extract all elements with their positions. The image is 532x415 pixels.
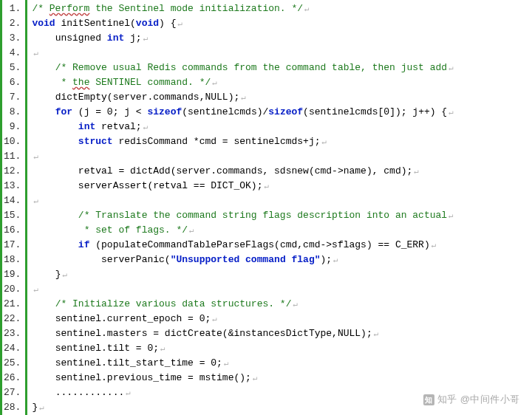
- line-number: 10.: [4, 134, 22, 149]
- code-line: }↵: [32, 267, 532, 282]
- eol-icon: ↵: [176, 19, 183, 28]
- eol-icon: ↵: [159, 344, 166, 353]
- code-line: /* Remove usual Redis commands from the …: [32, 61, 532, 75]
- code-line: ............↵: [32, 385, 532, 400]
- code-line: serverPanic("Unsupported command flag");…: [32, 253, 532, 267]
- line-number: 9.: [4, 120, 22, 134]
- line-number: 23.: [4, 326, 22, 341]
- code-line: * the SENTINEL command. */↵: [32, 75, 532, 90]
- line-number: 8.: [4, 105, 22, 120]
- line-number: 19.: [4, 267, 22, 282]
- eol-icon: ↵: [211, 315, 217, 323]
- eol-icon: ↵: [251, 374, 258, 383]
- eol-icon: ↵: [124, 388, 131, 397]
- code-line: unsigned int j;↵: [32, 31, 532, 46]
- line-number: 21.: [4, 297, 22, 312]
- code-line: if (populateCommandTableParseFlags(cmd,c…: [32, 238, 532, 253]
- eol-icon: ↵: [303, 4, 310, 13]
- line-number: 24.: [4, 341, 22, 356]
- code-line: retval = dictAdd(server.commands, sdsnew…: [32, 164, 532, 179]
- eol-icon: ↵: [32, 152, 38, 161]
- line-number: 26.: [4, 371, 22, 385]
- line-number: 16.: [4, 223, 22, 238]
- line-number: 6.: [4, 75, 22, 90]
- eol-icon: ↵: [412, 167, 419, 176]
- eol-icon: ↵: [32, 49, 38, 58]
- code-line: dictEmpty(server.commands,NULL);↵: [32, 90, 532, 105]
- line-number: 20.: [4, 282, 22, 297]
- line-number: 7.: [4, 90, 22, 105]
- code-line: sentinel.masters = dictCreate(&instances…: [32, 326, 532, 341]
- code-line: struct redisCommand *cmd = sentinelcmds+…: [32, 134, 532, 149]
- eol-icon: ↵: [291, 300, 298, 309]
- eol-icon: ↵: [239, 93, 246, 102]
- code-line: * set of flags. */↵: [32, 223, 532, 238]
- line-number-gutter: 1.2.3.4.5.6.7.8.9.10.11.12.13.14.15.16.1…: [0, 0, 27, 415]
- line-number: 3.: [4, 31, 22, 46]
- code-line: void initSentinel(void) {↵: [32, 16, 532, 31]
- eol-icon: ↵: [211, 78, 217, 87]
- line-number: 13.: [4, 179, 22, 193]
- line-number: 2.: [4, 16, 22, 31]
- code-line: ↵: [32, 193, 532, 208]
- line-number: 22.: [4, 312, 22, 326]
- line-number: 4.: [4, 46, 22, 61]
- line-number: 5.: [4, 61, 22, 75]
- code-lines: /* Perform the Sentinel mode initializat…: [27, 0, 532, 415]
- line-number: 11.: [4, 149, 22, 164]
- code-line: sentinel.current_epoch = 0;↵: [32, 312, 532, 326]
- eol-icon: ↵: [321, 137, 327, 146]
- eol-icon: ↵: [32, 196, 38, 205]
- line-number: 27.: [4, 385, 22, 400]
- code-line: for (j = 0; j < sizeof(sentinelcmds)/siz…: [32, 105, 532, 120]
- eol-icon: ↵: [447, 64, 454, 72]
- eol-icon: ↵: [430, 241, 437, 250]
- eol-icon: ↵: [32, 285, 38, 294]
- line-number: 17.: [4, 238, 22, 253]
- eol-icon: ↵: [447, 108, 454, 117]
- code-line: /* Initialize various data structures. *…: [32, 297, 532, 312]
- eol-icon: ↵: [38, 403, 44, 412]
- eol-icon: ↵: [447, 211, 454, 220]
- code-line: int retval;↵: [32, 120, 532, 134]
- code-line: /* Perform the Sentinel mode initializat…: [32, 1, 532, 16]
- line-number: 14.: [4, 193, 22, 208]
- eol-icon: ↵: [372, 329, 379, 338]
- code-block: 1.2.3.4.5.6.7.8.9.10.11.12.13.14.15.16.1…: [0, 0, 532, 415]
- code-line: ↵: [32, 282, 532, 297]
- eol-icon: ↵: [262, 182, 269, 191]
- line-number: 1.: [4, 1, 22, 16]
- line-number: 28.: [4, 400, 22, 415]
- eol-icon: ↵: [142, 34, 149, 43]
- eol-icon: ↵: [332, 255, 338, 264]
- code-line: sentinel.tilt_start_time = 0;↵: [32, 356, 532, 371]
- line-number: 18.: [4, 253, 22, 267]
- code-line: }↵: [32, 400, 532, 415]
- line-number: 12.: [4, 164, 22, 179]
- line-number: 25.: [4, 356, 22, 371]
- code-line: ↵: [32, 149, 532, 164]
- code-line: serverAssert(retval == DICT_OK);↵: [32, 179, 532, 193]
- code-line: sentinel.tilt = 0;↵: [32, 341, 532, 356]
- eol-icon: ↵: [142, 123, 149, 131]
- eol-icon: ↵: [61, 270, 67, 279]
- code-line: /* Translate the command string flags de…: [32, 208, 532, 223]
- eol-icon: ↵: [188, 226, 194, 235]
- code-line: ↵: [32, 46, 532, 61]
- eol-icon: ↵: [222, 359, 229, 368]
- code-line: sentinel.previous_time = mstime();↵: [32, 371, 532, 385]
- line-number: 15.: [4, 208, 22, 223]
